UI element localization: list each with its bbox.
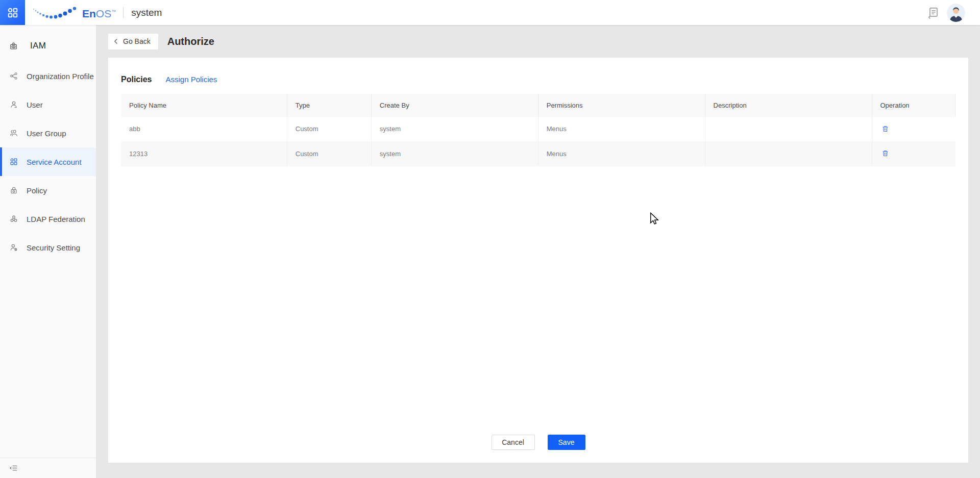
page-title: Authorize [167, 36, 214, 47]
org-profile-icon [9, 72, 18, 80]
sidebar-item-label: Organization Profile [27, 72, 94, 81]
sidebar-item-label: Policy [27, 186, 47, 195]
table-body: abb Custom system Menus 12313 C [121, 117, 955, 166]
cell-operation [872, 117, 955, 141]
cell-type: Custom [287, 141, 371, 166]
table-row: 12313 Custom system Menus [121, 141, 955, 166]
brand-name: EnOS™ [82, 6, 116, 20]
column-header: Description [705, 94, 872, 117]
go-back-label: Go Back [123, 37, 151, 45]
go-back-button[interactable]: Go Back [108, 34, 158, 49]
sidebar-nav: Organization Profile User User Group Ser… [0, 62, 96, 262]
user-group-icon [9, 129, 18, 137]
trademark-symbol: ™ [111, 9, 116, 14]
main-area: Go Back Authorize Policies Assign Polici… [96, 25, 980, 478]
column-header: Type [287, 94, 371, 117]
iam-icon [9, 42, 18, 51]
sidebar-section-label: IAM [30, 41, 46, 51]
enos-swoosh-icon [32, 6, 79, 19]
security-setting-icon [9, 243, 18, 251]
enos-logo: EnOS™ [32, 6, 116, 20]
cell-create-by: system [371, 141, 538, 166]
column-header: Policy Name [121, 94, 287, 117]
tab[interactable]: Policies [121, 75, 152, 84]
tabs-bar: Policies Assign Policies [121, 58, 955, 94]
column-header: Permissions [538, 94, 705, 117]
save-button[interactable]: Save [548, 435, 585, 450]
topbar-divider [123, 7, 124, 18]
sidebar-item-label: User [27, 100, 43, 109]
sidebar-item-label: Service Account [27, 158, 82, 166]
collapse-sidebar-icon[interactable] [9, 464, 18, 472]
sidebar-section-header: IAM [0, 30, 96, 62]
sidebar-item[interactable]: Organization Profile [0, 62, 96, 90]
sidebar-item[interactable]: Service Account [0, 147, 96, 176]
policy-icon [9, 186, 18, 194]
cell-permissions: Menus [538, 117, 705, 141]
user-avatar[interactable] [947, 4, 965, 22]
sidebar-item-label: User Group [27, 129, 66, 138]
table-header: Policy Name Type Create By Permissions D… [121, 94, 955, 117]
cell-permissions: Menus [538, 141, 705, 166]
service-account-icon [9, 158, 18, 166]
cell-operation [872, 141, 955, 166]
column-header: Operation [872, 94, 955, 117]
topbar-actions [927, 4, 980, 22]
ldap-federation-icon [9, 215, 18, 223]
cell-type: Custom [287, 117, 371, 141]
panel-footer: Cancel Save [121, 435, 955, 450]
delete-policy-icon[interactable] [880, 124, 890, 134]
sidebar-item-label: LDAP Federation [27, 215, 85, 223]
cell-create-by: system [371, 117, 538, 141]
policies-table: Policy Name Type Create By Permissions D… [121, 94, 955, 166]
chevron-left-icon [114, 38, 118, 44]
column-header: Create By [371, 94, 538, 117]
app-shell: IAM Organization Profile User User Group [0, 25, 980, 478]
sidebar-item[interactable]: Security Setting [0, 233, 96, 262]
table-row: abb Custom system Menus [121, 117, 955, 141]
tab[interactable]: Assign Policies [165, 75, 217, 84]
sidebar-item-label: Security Setting [27, 243, 80, 252]
user-icon [9, 100, 18, 109]
cell-description [705, 117, 872, 141]
sidebar-item[interactable]: LDAP Federation [0, 205, 96, 233]
sidebar-item[interactable]: User [0, 90, 96, 119]
authorize-panel: Policies Assign Policies Policy Name Typ… [108, 58, 968, 463]
org-name: system [131, 7, 162, 18]
sidebar-footer [0, 458, 96, 478]
sidebar-item[interactable]: Policy [0, 176, 96, 205]
top-bar: EnOS™ system [0, 0, 980, 25]
sidebar: IAM Organization Profile User User Group [0, 25, 96, 478]
cell-policy-name: 12313 [121, 141, 287, 166]
cancel-button[interactable]: Cancel [492, 435, 535, 450]
delete-policy-icon[interactable] [880, 148, 890, 158]
cell-description [705, 141, 872, 166]
app-launcher-button[interactable] [0, 0, 25, 25]
page-header: Go Back Authorize [108, 25, 968, 58]
cell-policy-name: abb [121, 117, 287, 141]
app-launcher-grid-icon [7, 7, 18, 18]
document-icon[interactable] [927, 6, 940, 19]
sidebar-item[interactable]: User Group [0, 119, 96, 147]
